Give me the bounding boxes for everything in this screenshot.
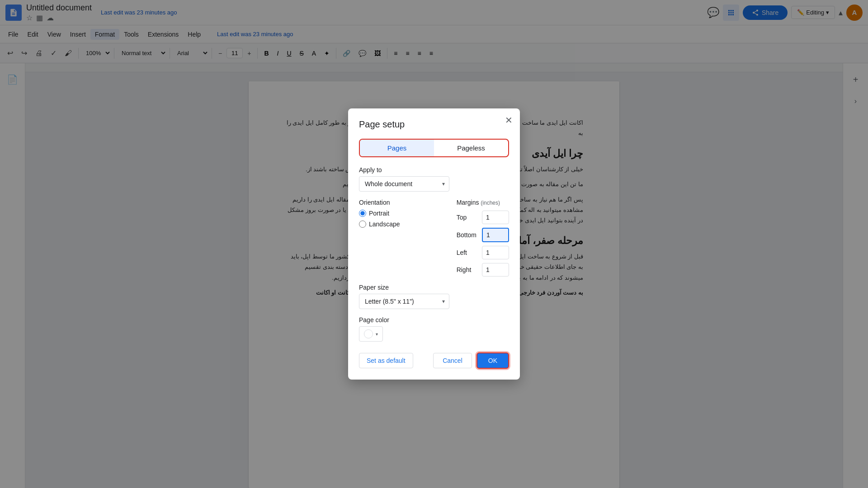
cancel-button[interactable]: Cancel — [433, 353, 472, 368]
dialog-title: Page setup — [359, 119, 509, 130]
color-arrow-icon: ▾ — [376, 332, 378, 337]
margins-grid: Top Bottom Left Right — [457, 211, 509, 277]
top-margin-label: Top — [457, 214, 476, 221]
apply-to-section: Apply to Whole document ▾ — [359, 166, 509, 192]
dialog-footer: Set as default Cancel OK — [359, 352, 509, 369]
landscape-radio-label[interactable]: Landscape — [359, 221, 400, 228]
ok-button[interactable]: OK — [476, 352, 509, 369]
orientation-section: Orientation Portrait Landscape — [359, 199, 400, 277]
page-color-section: Page color ▾ — [359, 316, 509, 342]
tab-bar: Pages Pageless — [359, 139, 509, 157]
bottom-margin-label: Bottom — [457, 231, 476, 239]
paper-size-select-wrap: Letter (8.5" x 11") ▾ — [359, 294, 449, 309]
margins-unit: (inches) — [481, 200, 500, 206]
page-color-button[interactable]: ▾ — [359, 326, 383, 342]
margins-section: Margins (inches) Top Bottom Left Right — [457, 199, 509, 277]
tab-pageless[interactable]: Pageless — [434, 140, 508, 156]
set-default-button[interactable]: Set as default — [359, 353, 413, 368]
apply-to-select[interactable]: Whole document — [359, 176, 449, 192]
orientation-label: Orientation — [359, 199, 400, 206]
paper-size-select[interactable]: Letter (8.5" x 11") — [359, 294, 449, 309]
apply-to-label: Apply to — [359, 166, 509, 174]
tab-pages[interactable]: Pages — [360, 140, 434, 156]
margins-title: Margins (inches) — [457, 199, 509, 206]
color-circle — [364, 329, 373, 338]
radio-group: Portrait Landscape — [359, 210, 400, 228]
bottom-margin-input[interactable] — [482, 228, 509, 242]
page-setup-dialog: Page setup ✕ Pages Pageless Apply to Who… — [348, 108, 520, 380]
left-margin-label: Left — [457, 249, 476, 256]
paper-size-section: Paper size Letter (8.5" x 11") ▾ — [359, 284, 509, 309]
page-color-label: Page color — [359, 316, 509, 324]
paper-size-label: Paper size — [359, 284, 509, 291]
orient-paper-row: Orientation Portrait Landscape Margins (… — [359, 199, 509, 277]
right-margin-label: Right — [457, 266, 476, 273]
right-margin-input[interactable] — [482, 263, 509, 277]
left-margin-input[interactable] — [482, 246, 509, 259]
apply-to-select-wrap: Whole document ▾ — [359, 176, 449, 192]
portrait-radio[interactable] — [359, 210, 366, 217]
portrait-radio-label[interactable]: Portrait — [359, 210, 400, 217]
landscape-radio[interactable] — [359, 221, 366, 228]
modal-overlay[interactable]: Page setup ✕ Pages Pageless Apply to Who… — [0, 0, 868, 488]
dialog-close-button[interactable]: ✕ — [505, 116, 513, 125]
top-margin-input[interactable] — [482, 211, 509, 224]
